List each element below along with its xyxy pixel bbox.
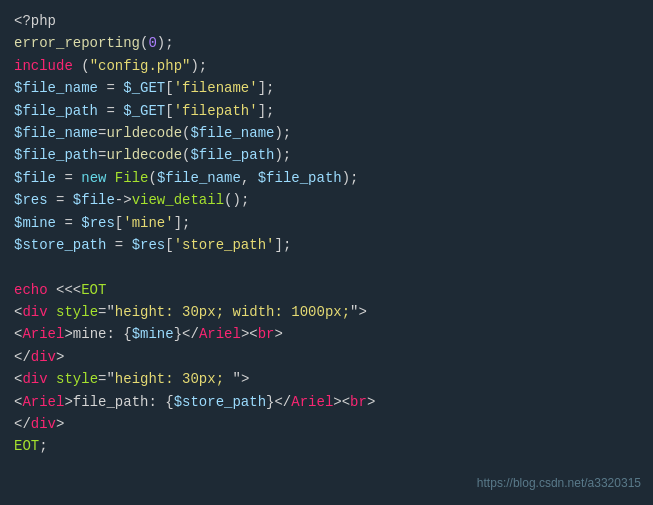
line-div-close2: </div> [14,413,639,435]
line-view-detail: $res = $file->view_detail(); [14,189,639,211]
line-echo-heredoc: echo <<<EOT [14,279,639,301]
line-include: include ("config.php"); [14,55,639,77]
line-php-tag: <?php [14,10,639,32]
line-new-file: $file = new File($file_name, $file_path)… [14,167,639,189]
line-mine: $mine = $res['mine']; [14,212,639,234]
line-urldecode-name: $file_name=urldecode($file_name); [14,122,639,144]
line-error-reporting: error_reporting(0); [14,32,639,54]
line-div-close1: </div> [14,346,639,368]
line-ariel-mine: <Ariel>mine: {$mine}</Ariel><br> [14,323,639,345]
line-div2-open: <div style="height: 30px; "> [14,368,639,390]
line-ariel-filepath: <Ariel>file_path: {$store_path}</Ariel><… [14,391,639,413]
line-div-open: <div style="height: 30px; width: 1000px;… [14,301,639,323]
line-file-path: $file_path = $_GET['filepath']; [14,100,639,122]
line-file-name: $file_name = $_GET['filename']; [14,77,639,99]
line-store-path: $store_path = $res['store_path']; [14,234,639,256]
watermark: https://blog.csdn.net/a3320315 [477,474,641,493]
line-empty [14,256,639,278]
line-urldecode-path: $file_path=urldecode($file_path); [14,144,639,166]
code-editor: <?php error_reporting(0); include ("conf… [0,0,653,505]
line-eot: EOT; [14,435,639,457]
